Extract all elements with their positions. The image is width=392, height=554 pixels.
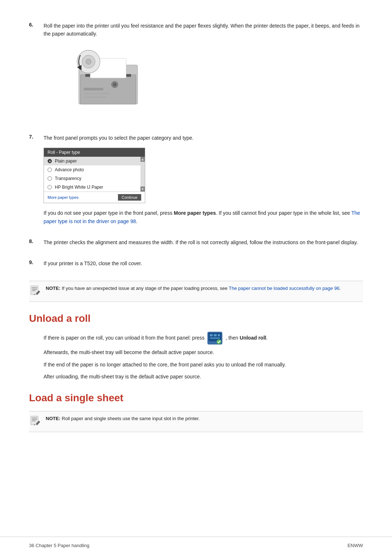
svg-rect-28 bbox=[32, 420, 36, 421]
scroll-down-arrow[interactable]: ▼ bbox=[140, 186, 145, 192]
footer-right: ENWW bbox=[347, 543, 363, 548]
panel-header: Roll - Paper type bbox=[44, 148, 145, 157]
step-8-text: The printer checks the alignment and mea… bbox=[44, 238, 363, 246]
panel-ui: Roll - Paper type Plain paper Advance ph… bbox=[44, 148, 145, 203]
more-paper-types-link[interactable]: More paper types bbox=[48, 195, 79, 200]
note-icon bbox=[29, 285, 42, 298]
step-8: 8. The printer checks the alignment and … bbox=[29, 238, 363, 251]
unload-roll-para3: If the end of the paper is no longer att… bbox=[44, 361, 363, 369]
svg-rect-13 bbox=[32, 287, 37, 288]
step-6-text: Roll the paper into the printer until yo… bbox=[44, 22, 363, 38]
radio-transparency bbox=[48, 176, 52, 181]
panel-item-plain-paper: Plain paper bbox=[44, 157, 145, 165]
step-8-content: The printer checks the alignment and mea… bbox=[44, 238, 363, 251]
panel-items-area: Plain paper Advance photo Transparency bbox=[44, 157, 145, 192]
single-sheet-note-svg bbox=[30, 416, 41, 426]
svg-rect-23 bbox=[210, 337, 220, 339]
paper-type-panel: Roll - Paper type Plain paper Advance ph… bbox=[44, 148, 145, 203]
page-content: 6. Roll the paper into the printer until… bbox=[0, 0, 392, 467]
unload-roll-para2: Afterwards, the multi-sheet tray will be… bbox=[44, 348, 363, 357]
single-sheet-note-label: NOTE: bbox=[46, 416, 60, 421]
printer-roll-svg bbox=[58, 45, 145, 111]
paper-type-note-paragraph: If you do not see your paper type in the… bbox=[44, 209, 363, 225]
printer-roll-image bbox=[58, 45, 152, 118]
unload-para1-after: , then bbox=[225, 335, 240, 340]
note-svg-icon bbox=[30, 286, 41, 296]
step-7: 7. The front panel prompts you to select… bbox=[29, 134, 363, 230]
svg-point-6 bbox=[86, 59, 91, 64]
svg-rect-21 bbox=[214, 334, 217, 336]
single-sheet-note-icon bbox=[29, 415, 42, 428]
radio-advance-photo bbox=[48, 168, 52, 172]
single-sheet-note-content: Roll paper and single sheets use the sam… bbox=[62, 416, 200, 421]
note-text: NOTE: If you have an unexpected issue at… bbox=[46, 285, 341, 298]
step-7-number: 7. bbox=[29, 134, 38, 230]
svg-rect-11 bbox=[84, 96, 107, 98]
transparency-label: Transparency bbox=[55, 176, 81, 181]
step-7-content: The front panel prompts you to select th… bbox=[44, 134, 363, 230]
step-6-number: 6. bbox=[29, 22, 38, 125]
paper-type-note-before: If you do not see your paper type in the… bbox=[44, 210, 174, 216]
front-panel-icon bbox=[207, 332, 222, 345]
unload-roll-bold: Unload roll bbox=[240, 335, 266, 340]
paper-type-note-after: . If you still cannot find your paper ty… bbox=[216, 210, 351, 216]
svg-rect-10 bbox=[84, 93, 110, 94]
step-9-content: If your printer is a T520, close the rol… bbox=[44, 259, 363, 272]
step-9-number: 9. bbox=[29, 259, 38, 272]
footer-bar: 36 Chapter 5 Paper handling ENWW bbox=[0, 537, 392, 554]
unload-roll-para1: If there is paper on the roll, you can u… bbox=[44, 332, 363, 345]
step-8-number: 8. bbox=[29, 238, 38, 251]
plain-paper-label: Plain paper bbox=[55, 159, 77, 164]
svg-rect-22 bbox=[218, 334, 220, 336]
footer-left: 36 Chapter 5 Paper handling bbox=[29, 543, 89, 548]
paper-cannot-load-link[interactable]: The paper cannot be loaded successfully … bbox=[229, 286, 339, 291]
svg-rect-26 bbox=[32, 418, 37, 418]
step-6-content: Roll the paper into the printer until yo… bbox=[44, 22, 363, 125]
note-before-link: If you have an unexpected issue at any s… bbox=[62, 286, 229, 291]
svg-point-24 bbox=[217, 340, 221, 344]
panel-item-advance-photo: Advance photo bbox=[44, 165, 145, 174]
single-sheet-note-box: NOTE: Roll paper and single sheets use t… bbox=[29, 411, 363, 432]
note-after-link: . bbox=[339, 286, 341, 291]
advance-photo-label: Advance photo bbox=[55, 167, 84, 172]
unload-para1-before: If there is paper on the roll, you can u… bbox=[44, 335, 206, 340]
front-panel-svg bbox=[207, 332, 222, 345]
svg-point-8 bbox=[113, 82, 117, 86]
panel-item-hp-bright: HP Bright White IJ Paper bbox=[44, 183, 145, 192]
step-7-text: The front panel prompts you to select th… bbox=[44, 134, 363, 142]
single-sheet-note-text: NOTE: Roll paper and single sheets use t… bbox=[46, 415, 200, 428]
scroll-up-arrow[interactable]: ▲ bbox=[140, 157, 145, 162]
load-single-sheet-heading: Load a single sheet bbox=[29, 392, 363, 405]
svg-rect-9 bbox=[84, 88, 103, 90]
more-paper-types-bold: More paper types bbox=[174, 210, 216, 216]
unload-roll-para4: After unloading, the multi-sheet tray is… bbox=[44, 373, 363, 381]
unload-roll-content: If there is paper on the roll, you can u… bbox=[44, 332, 363, 381]
radio-hp-bright bbox=[48, 185, 52, 189]
continue-button[interactable]: Continue bbox=[118, 194, 141, 201]
note-label: NOTE: bbox=[46, 286, 60, 291]
panel-footer: More paper types Continue bbox=[44, 192, 145, 203]
svg-rect-20 bbox=[210, 334, 213, 336]
step-9: 9. If your printer is a T520, close the … bbox=[29, 259, 363, 272]
unload-roll-heading: Unload a roll bbox=[29, 313, 363, 326]
hp-bright-label: HP Bright White IJ Paper bbox=[55, 185, 103, 190]
svg-rect-15 bbox=[32, 290, 36, 291]
svg-rect-14 bbox=[32, 289, 37, 290]
unload-para1-end: . bbox=[266, 335, 268, 340]
panel-item-transparency: Transparency bbox=[44, 174, 145, 183]
radio-plain-paper bbox=[48, 159, 52, 163]
step-9-text: If your printer is a T520, close the rol… bbox=[44, 259, 363, 267]
step-6: 6. Roll the paper into the printer until… bbox=[29, 22, 363, 125]
panel-scrollbar[interactable]: ▲ ▼ bbox=[140, 157, 145, 192]
svg-rect-27 bbox=[32, 419, 37, 420]
note-box: NOTE: If you have an unexpected issue at… bbox=[29, 281, 363, 302]
